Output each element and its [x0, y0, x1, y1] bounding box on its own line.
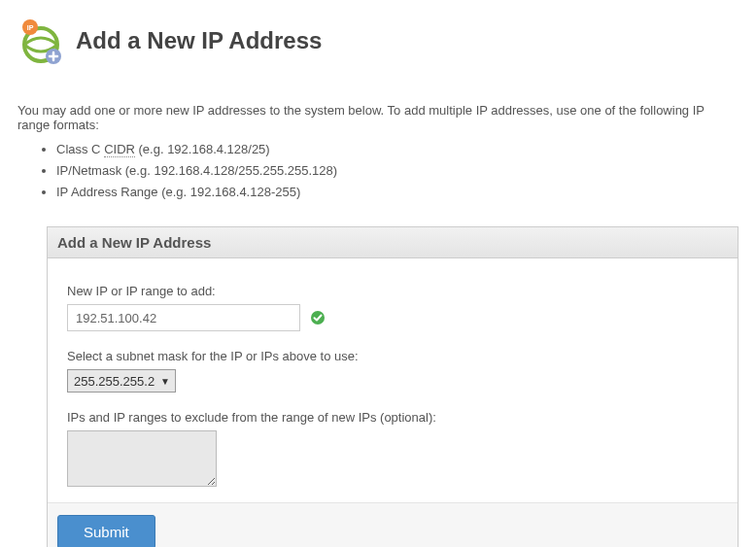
page-title: Add a New IP Address [76, 27, 322, 54]
page-header: IP Add a New IP Address [17, 17, 739, 64]
format-list: Class C CIDR (e.g. 192.168.4.128/25) IP/… [56, 142, 739, 199]
subnet-label: Select a subnet mask for the IP or IPs a… [67, 349, 718, 363]
ip-label: New IP or IP range to add: [67, 284, 718, 298]
subnet-select[interactable]: 255.255.255.255 [67, 369, 176, 393]
ip-input[interactable] [67, 304, 300, 331]
subnet-select-wrap: 255.255.255.255 ▼ [67, 369, 176, 393]
panel-footer: Submit [48, 502, 738, 547]
panel-title: Add a New IP Address [48, 227, 738, 258]
list-item: Class C CIDR (e.g. 192.168.4.128/25) [56, 142, 739, 156]
exclude-textarea[interactable] [67, 430, 217, 487]
ip-field-row [67, 304, 718, 331]
valid-check-icon [310, 310, 326, 325]
svg-text:IP: IP [27, 24, 34, 31]
exclude-label: IPs and IP ranges to exclude from the ra… [67, 410, 718, 425]
add-ip-panel: Add a New IP Address New IP or IP range … [47, 226, 739, 547]
panel-body: New IP or IP range to add: Select a subn… [48, 258, 738, 502]
ip-add-logo-icon: IP [17, 17, 64, 64]
list-item: IP/Netmask (e.g. 192.168.4.128/255.255.2… [56, 163, 739, 178]
intro-text: You may add one or more new IP addresses… [17, 103, 739, 132]
list-item: IP Address Range (e.g. 192.168.4.128-255… [56, 185, 739, 199]
submit-button[interactable]: Submit [57, 515, 155, 547]
cidr-abbr: CIDR [104, 142, 135, 157]
